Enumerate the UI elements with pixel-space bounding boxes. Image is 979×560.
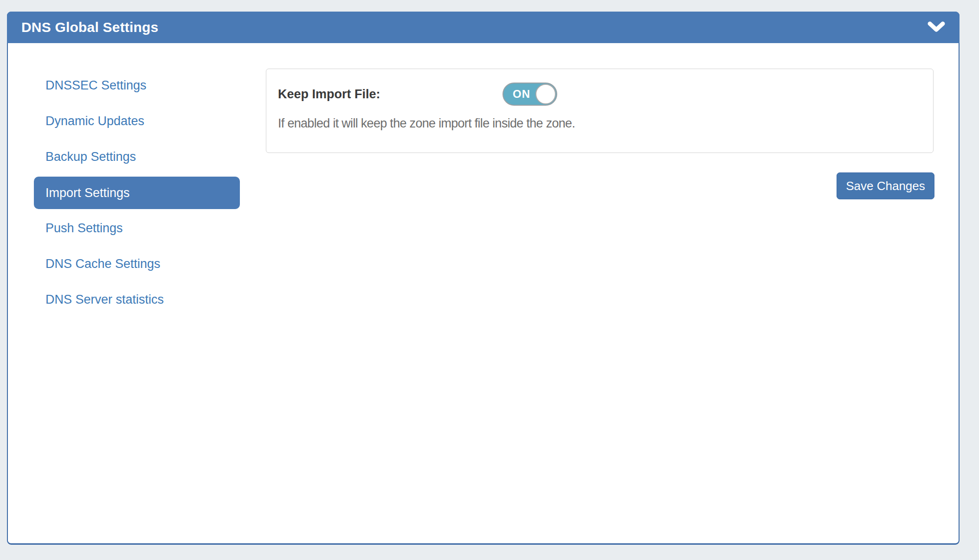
sidebar-item-label[interactable]: Import Settings <box>34 177 240 209</box>
sidebar-item-import-settings[interactable]: Import Settings <box>8 175 258 210</box>
toggle-knob[interactable] <box>535 84 556 104</box>
sidebar-item-push-settings[interactable]: Push Settings <box>8 210 258 246</box>
sidebar-item-label[interactable]: DNS Server statistics <box>45 293 164 307</box>
sidebar-item-dnssec-settings[interactable]: DNSSEC Settings <box>8 68 258 103</box>
import-settings-form: Keep Import File: ON If enabled it will … <box>266 69 934 153</box>
sidebar-item-label[interactable]: DNS Cache Settings <box>45 257 161 271</box>
keep-import-file-label: Keep Import File: <box>278 83 380 106</box>
panel-header: DNS Global Settings <box>7 12 960 43</box>
page-background: { "page": { "background_color": "#e9edf0… <box>0 0 979 560</box>
chevron-down-icon <box>927 21 945 33</box>
page-title: DNS Global Settings <box>21 19 159 35</box>
sidebar-item-label[interactable]: Dynamic Updates <box>45 114 144 128</box>
collapse-panel-button[interactable] <box>927 20 946 35</box>
sidebar-item-backup-settings[interactable]: Backup Settings <box>8 139 258 175</box>
sidebar-item-dns-cache-settings[interactable]: DNS Cache Settings <box>8 246 258 282</box>
dns-global-settings-panel: DNS Global Settings DNSSEC Settings Dyna… <box>7 12 960 545</box>
sidebar-item-label[interactable]: DNSSEC Settings <box>45 78 147 93</box>
save-changes-button[interactable]: Save Changes <box>837 172 934 199</box>
keep-import-file-toggle[interactable]: ON <box>502 83 557 106</box>
toggle-state-label: ON <box>513 83 530 105</box>
keep-import-file-description: If enabled it will keep the zone import … <box>278 116 575 131</box>
sidebar-item-label[interactable]: Push Settings <box>45 221 123 235</box>
sidebar-item-dns-server-statistics[interactable]: DNS Server statistics <box>8 282 258 318</box>
sidebar-item-label[interactable]: Backup Settings <box>45 150 136 164</box>
sidebar-item-dynamic-updates[interactable]: Dynamic Updates <box>8 103 258 139</box>
settings-nav: DNSSEC Settings Dynamic Updates Backup S… <box>8 68 258 318</box>
